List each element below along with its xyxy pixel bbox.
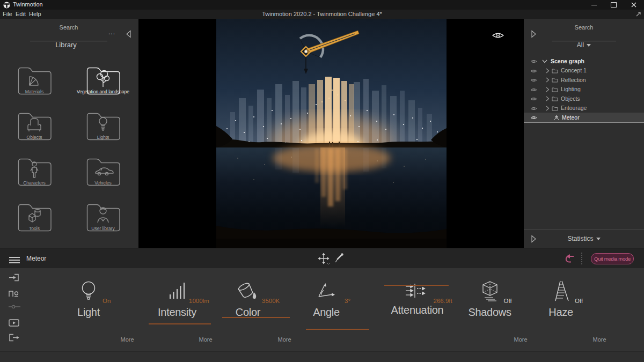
menu-icon[interactable] (9, 255, 20, 265)
angle-control[interactable]: 3° Angle (289, 271, 364, 330)
eye-icon[interactable] (530, 87, 537, 92)
library-overflow-button[interactable]: ... (108, 28, 115, 36)
library-item-characters[interactable]: Characters (15, 154, 54, 190)
tree-label: Reflection (561, 77, 586, 83)
control-name: Shadows (451, 306, 529, 319)
library-item-vegetation[interactable]: Vegetation and landscape (84, 63, 122, 99)
phases-icon[interactable] (9, 289, 19, 298)
selection-title: Meteor (26, 255, 46, 262)
visibility-eye-icon[interactable] (492, 31, 504, 40)
user-icon (98, 208, 108, 223)
light-control[interactable]: On Light (51, 271, 126, 330)
tree-label: Scene graph (551, 58, 584, 64)
library-item-label: Vegetation and landscape (76, 89, 130, 94)
library-item-materials[interactable]: Materials (15, 63, 54, 99)
expand-icon[interactable] (635, 11, 641, 17)
minimize-icon (591, 5, 597, 5)
angle-icon (317, 282, 336, 299)
more-shadows[interactable]: More (509, 336, 532, 343)
attenuation-arrows-icon (405, 284, 430, 299)
color-control[interactable]: 3500K Color (210, 271, 286, 330)
tree-row-reflection[interactable]: Reflection (524, 75, 644, 85)
eye-icon[interactable] (530, 69, 537, 73)
library-item-objects[interactable]: Objects (15, 109, 54, 144)
angle-slider[interactable] (306, 329, 369, 330)
undo-icon[interactable] (564, 254, 575, 263)
haze-value: Off (575, 298, 583, 304)
shadows-control[interactable]: Off Shadows (451, 271, 529, 330)
chevron-right-icon[interactable] (546, 96, 550, 101)
quit-media-mode-button[interactable]: Quit media mode (591, 253, 634, 264)
viewport[interactable] (138, 19, 524, 248)
app-title: Twinmotion (13, 1, 43, 8)
more-light[interactable]: More (115, 336, 139, 343)
library-title: Library (27, 41, 105, 49)
tree-label: Entourage (561, 105, 587, 111)
tree-label: Meteor (562, 114, 580, 121)
statistics-label: Statistics (567, 235, 593, 242)
chevron-right-icon[interactable] (546, 68, 550, 73)
eye-icon[interactable] (530, 59, 537, 64)
intensity-slider[interactable] (149, 323, 211, 324)
intensity-control[interactable]: 1000lm Intensity (140, 271, 215, 330)
color-slider[interactable] (222, 317, 290, 318)
library-panel: Search ... Library Materials (0, 19, 138, 248)
library-item-lights[interactable]: Lights (84, 109, 122, 144)
tree-row-lighting[interactable]: Lighting (524, 85, 644, 94)
chevron-down-icon[interactable] (542, 60, 547, 63)
tree-row-objects[interactable]: Objects (524, 94, 644, 104)
library-item-label: User library (76, 226, 130, 231)
attenuation-control[interactable]: 266.9ft Attenuation (376, 271, 459, 330)
library-search-placeholder: Search (30, 24, 107, 31)
attenuation-slider[interactable] (384, 285, 449, 286)
intensity-bars-icon (169, 282, 186, 300)
person-icon (31, 162, 38, 178)
filter-value: All (577, 41, 584, 49)
library-item-vehicles[interactable]: Vehicles (84, 154, 122, 190)
collapse-left-panel-icon[interactable] (126, 30, 131, 38)
tree-row-entourage[interactable]: Entourage (524, 104, 644, 113)
more-color[interactable]: More (273, 336, 296, 343)
close-button[interactable] (626, 0, 642, 10)
color-value: 3500K (262, 298, 280, 304)
armchair-icon (28, 119, 41, 131)
more-intensity[interactable]: More (194, 336, 217, 343)
media-icon[interactable] (9, 319, 19, 327)
import-icon[interactable] (9, 274, 19, 282)
intensity-value: 1000lm (189, 298, 209, 304)
slider-icon[interactable] (9, 305, 20, 309)
eye-icon[interactable] (530, 115, 537, 120)
tree-row-meteor[interactable]: Meteor (524, 113, 644, 123)
chevron-right-icon[interactable] (546, 87, 550, 92)
library-item-user-library[interactable]: User library (84, 200, 122, 235)
light-value: On (103, 298, 111, 304)
statistics-bar[interactable]: Statistics (524, 229, 644, 248)
cubes-icon (29, 210, 40, 222)
document-title: Twinmotion 2020.2 - Twinmotion Challenge… (0, 11, 644, 17)
library-item-label: Vehicles (76, 180, 130, 186)
picker-icon[interactable] (334, 253, 343, 264)
library-search-input[interactable]: Search (30, 24, 107, 37)
eye-icon[interactable] (530, 97, 537, 101)
folder-icon (552, 106, 558, 111)
tree-row-scene-graph[interactable]: Scene graph (524, 56, 644, 66)
maximize-button[interactable] (605, 0, 621, 10)
folder-icon (552, 87, 558, 92)
render-image[interactable] (216, 19, 447, 248)
chevron-right-icon[interactable] (546, 106, 550, 111)
library-item-label: Characters (8, 180, 61, 186)
minimize-button[interactable] (586, 0, 602, 10)
chevron-right-icon[interactable] (546, 77, 550, 83)
eye-icon[interactable] (530, 106, 537, 111)
expand-right-panel-icon[interactable] (531, 30, 537, 38)
haze-control[interactable]: Off Haze (523, 271, 598, 330)
export-icon[interactable] (9, 334, 19, 342)
tree-row-concept1[interactable]: Concept 1 (524, 66, 644, 76)
more-haze[interactable]: More (588, 336, 611, 343)
dropdown-caret-icon (596, 238, 601, 240)
folder-icon (552, 68, 558, 73)
car-icon (96, 168, 113, 175)
filter-dropdown[interactable]: All (552, 41, 616, 49)
eye-icon[interactable] (530, 78, 537, 83)
library-item-tools[interactable]: Tools (15, 200, 54, 235)
